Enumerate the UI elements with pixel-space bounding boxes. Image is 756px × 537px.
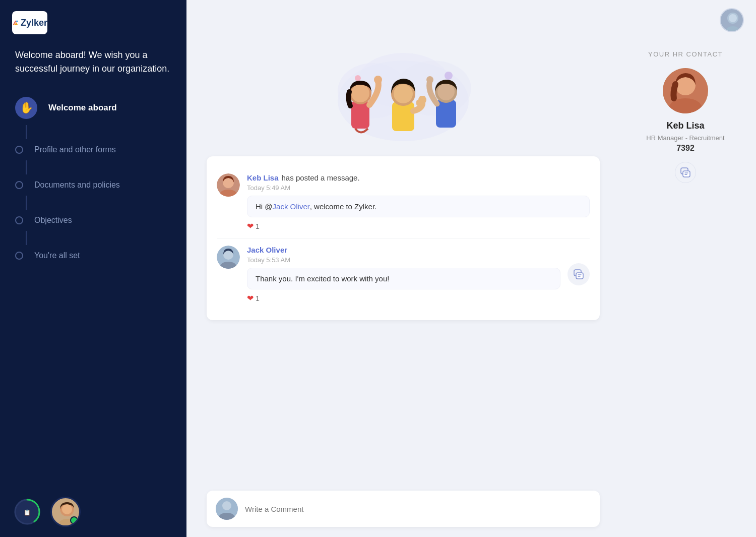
nav-dot-profile	[15, 146, 23, 154]
nav-connector-1	[26, 125, 27, 139]
nav-label-welcome: Welcome aboard	[48, 103, 117, 113]
nav-dot-documents	[15, 181, 23, 189]
svg-point-31	[437, 83, 455, 100]
msg-time-1: Today 5:49 AM	[247, 184, 590, 192]
main-content: Keb Lisa has posted a message. Today 5:4…	[186, 0, 756, 537]
welcome-illustration-svg	[323, 45, 484, 146]
msg-body-2: Jack Oliver Today 5:53 AM Thank you. I'm…	[247, 246, 560, 303]
nav-dot-objectives	[15, 216, 23, 224]
msg-bubble-1: Hi @Jack Oliver, welcome to Zylker.	[247, 196, 590, 217]
svg-point-25	[394, 84, 413, 103]
msg-reaction-2: ❤ 1	[247, 293, 560, 303]
msg-sender-keb: Keb Lisa	[247, 173, 279, 182]
nav-item-documents[interactable]: Documents and policies	[15, 174, 186, 196]
nav-label-profile: Profile and other forms	[34, 145, 116, 154]
nav-label-documents: Documents and policies	[34, 181, 120, 190]
sidebar: Zylker Welcome aboard! We wish you a suc…	[0, 0, 186, 537]
nav-icon-welcome: ✋	[15, 97, 37, 119]
comment-input-field[interactable]	[245, 505, 591, 513]
illustration-wrapper	[207, 40, 600, 146]
current-user-avatar	[50, 497, 81, 527]
msg-bubble-2: Thank you. I'm excited to work with you!	[247, 268, 560, 289]
nav-connector-3	[26, 196, 27, 210]
msg-avatar-keb	[217, 173, 240, 197]
svg-rect-38	[576, 273, 583, 279]
svg-point-22	[374, 76, 382, 84]
nav-item-allset[interactable]: You're all set	[15, 245, 186, 266]
hr-avatar	[663, 68, 708, 113]
message-item-1: Keb Lisa has posted a message. Today 5:4…	[217, 166, 590, 238]
nav-label-objectives: Objectives	[34, 216, 72, 225]
top-user-avatar[interactable]	[720, 8, 744, 32]
nav-dot-allset	[15, 252, 23, 260]
heart-icon-2: ❤	[247, 293, 254, 303]
feed-area: Keb Lisa has posted a message. Today 5:4…	[186, 40, 615, 537]
svg-point-11	[726, 26, 740, 32]
heart-icon-1: ❤	[247, 221, 254, 231]
nav-label-allset: You're all set	[34, 251, 80, 260]
welcome-illustration	[323, 45, 484, 146]
sidebar-welcome-message: Welcome aboard! We wish you a successful…	[0, 43, 186, 91]
svg-point-21	[351, 84, 369, 102]
msg-header-2: Jack Oliver	[247, 246, 560, 254]
svg-point-2	[16, 21, 18, 22]
hr-contact-panel: YOUR HR CONTACT Keb Lisa HR Manager - Re…	[615, 40, 756, 537]
svg-point-32	[426, 76, 433, 83]
nav-item-objectives[interactable]: Objectives	[15, 210, 186, 231]
reaction-count-1: 1	[256, 222, 260, 230]
svg-point-42	[222, 501, 231, 510]
hand-icon: ✋	[20, 101, 33, 114]
message-item-2: Jack Oliver Today 5:53 AM Thank you. I'm…	[217, 238, 590, 310]
msg-text-before-1: Hi @	[256, 202, 273, 211]
logo-icon	[12, 15, 19, 30]
svg-point-7	[62, 504, 72, 514]
nav-connector-2	[26, 160, 27, 174]
svg-point-17	[445, 72, 453, 80]
msg-mention-jack: Jack Oliver	[273, 202, 310, 211]
hr-name: Keb Lisa	[666, 121, 704, 131]
nav-connector-4	[26, 231, 27, 245]
svg-rect-23	[392, 102, 414, 131]
reply-button-2[interactable]	[568, 263, 590, 285]
hr-extension: 7392	[676, 144, 695, 153]
comment-user-avatar	[216, 498, 238, 520]
msg-avatar-jack	[217, 246, 240, 269]
nav-item-welcome[interactable]: ✋ Welcome aboard	[15, 91, 186, 125]
svg-point-16	[355, 75, 361, 81]
nav-list: ✋ Welcome aboard Profile and other forms…	[0, 91, 186, 487]
svg-text:📋: 📋	[24, 509, 31, 516]
comment-input-area	[207, 491, 600, 527]
nav-item-profile[interactable]: Profile and other forms	[15, 139, 186, 160]
svg-rect-46	[683, 171, 690, 177]
msg-body-1: Keb Lisa has posted a message. Today 5:4…	[247, 173, 590, 231]
messages-container: Keb Lisa has posted a message. Today 5:4…	[207, 156, 600, 320]
hr-role: HR Manager - Recruitment	[646, 134, 724, 142]
content-area: Keb Lisa has posted a message. Today 5:4…	[186, 40, 756, 537]
msg-text-after-1: , welcome to Zylker.	[310, 202, 377, 211]
hr-contact-title: YOUR HR CONTACT	[648, 50, 723, 58]
svg-point-8	[58, 519, 76, 527]
msg-action-1: has posted a message.	[282, 173, 360, 182]
logo-text: Zylker	[21, 18, 47, 28]
msg-reaction-1: ❤ 1	[247, 221, 590, 231]
msg-sender-jack: Jack Oliver	[247, 246, 287, 254]
reaction-count-2: 1	[256, 294, 260, 303]
svg-rect-28	[416, 100, 425, 106]
msg-time-2: Today 5:53 AM	[247, 256, 560, 264]
hr-chat-button[interactable]	[675, 162, 696, 183]
progress-circle: 📋	[12, 497, 42, 527]
logo-area: Zylker	[0, 0, 186, 43]
msg-header-1: Keb Lisa has posted a message.	[247, 173, 590, 182]
top-bar	[186, 0, 756, 40]
sidebar-bottom: 📋	[0, 487, 186, 537]
svg-point-10	[729, 14, 737, 22]
logo: Zylker	[12, 11, 47, 34]
